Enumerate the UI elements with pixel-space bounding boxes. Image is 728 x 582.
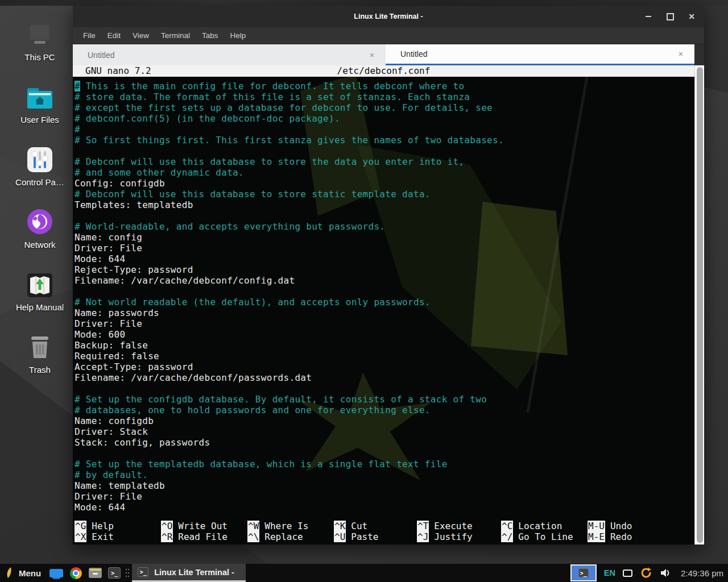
file-cabinet-icon	[89, 568, 102, 578]
terminal-line: #	[75, 124, 694, 135]
scrollbar-track[interactable]	[694, 65, 704, 544]
tab-close-icon[interactable]: ×	[679, 49, 683, 59]
desktop-icon-trash[interactable]: Trash	[6, 329, 74, 391]
shortcut-hint: M-UUndo	[588, 521, 632, 531]
terminal-line: # This is the main config file for debco…	[75, 81, 694, 92]
terminal-line: Config: configdb	[75, 178, 694, 189]
terminal-line: Templates: templatedb	[75, 199, 694, 210]
shortcut-label: Where Is	[264, 521, 308, 531]
close-icon[interactable]: ✕	[687, 12, 696, 21]
workspace-switcher[interactable]: >_	[570, 564, 597, 581]
shortcut-hint: ^GHelp	[75, 521, 114, 531]
shortcut-key: M-U	[588, 521, 605, 531]
shortcut-hint: ^RRead File	[161, 531, 228, 542]
shortcut-column: ^TExecute^JJustify	[417, 521, 473, 542]
tab-untitled-1[interactable]: Untitled ×	[73, 44, 386, 65]
shortcut-key: ^/	[501, 531, 513, 542]
globe-icon	[26, 203, 53, 235]
shortcut-label: Go To Line	[518, 531, 573, 542]
terminal-line	[75, 286, 694, 297]
shortcut-column: ^OWrite Out^RRead File	[161, 521, 228, 542]
keyboard-layout-indicator[interactable]: EN	[604, 568, 615, 577]
terminal-line: # World-readable, and accepts everything…	[75, 221, 694, 232]
menu-item-edit[interactable]: Edit	[107, 31, 121, 40]
linuxlite-feather-icon	[6, 567, 14, 579]
taskbar: Menu >_ >_ Linux Lite Terminal - >_ E	[0, 564, 728, 582]
menu-item-view[interactable]: View	[133, 31, 149, 40]
terminal-line: Stack: config, passwords	[75, 437, 694, 448]
shortcut-label: Exit	[92, 531, 114, 542]
terminal-line	[75, 383, 694, 394]
laptop-icon	[25, 16, 55, 48]
updates-tray[interactable]	[640, 567, 652, 579]
panel-drag-handle[interactable]	[124, 564, 131, 582]
shortcut-hint: ^/Go To Line	[501, 531, 573, 542]
taskbar-window-button[interactable]: >_ Linux Lite Terminal -	[132, 564, 246, 582]
shortcut-label: Read File	[178, 531, 228, 542]
terminal-line: Driver: File	[75, 491, 694, 502]
desktop-icon-user-files[interactable]: User Files	[6, 78, 74, 141]
shortcut-key: ^X	[75, 531, 86, 542]
shortcut-label: Help	[92, 521, 114, 531]
terminal-line: # except the first sets up a database fo…	[75, 102, 694, 113]
minimize-icon[interactable]	[644, 12, 653, 21]
shortcut-key: M-E	[588, 531, 605, 542]
menu-item-help[interactable]: Help	[230, 31, 246, 40]
terminal-line: # debconf.conf(5) (in the debconf-doc pa…	[75, 113, 694, 124]
chrome-icon	[70, 567, 82, 579]
shortcut-key: ^J	[417, 531, 429, 542]
start-menu-label: Menu	[19, 568, 41, 578]
trash-can-icon	[27, 329, 52, 360]
shortcut-hint: ^\Replace	[247, 531, 308, 542]
tab-untitled-2[interactable]: Untitled ×	[386, 44, 694, 65]
terminal-line: # store data. The format of this file is…	[75, 92, 694, 102]
tab-close-icon[interactable]: ×	[370, 51, 374, 60]
shortcut-key: ^T	[417, 521, 429, 531]
terminal-line: Name: passwords	[75, 307, 694, 318]
taskbar-clock[interactable]: 2:49:36 pm	[681, 568, 723, 578]
window-titlebar[interactable]: Linux Lite Terminal - ✕	[73, 6, 704, 27]
launcher-file-cabinet[interactable]	[85, 564, 105, 582]
menu-item-file[interactable]: File	[83, 31, 96, 40]
terminal-line: # Debconf will use this database to stor…	[75, 189, 694, 199]
terminal-icon: >_	[108, 567, 121, 579]
shortcut-hint: ^WWhere Is	[247, 521, 308, 531]
launcher-display[interactable]	[47, 564, 66, 582]
display-settings-tray[interactable]	[623, 569, 632, 577]
terminal-line: Accept-Type: password	[75, 361, 694, 372]
shortcut-column: ^GHelp^XExit	[75, 521, 114, 542]
terminal-line: # So first things first. This first stan…	[75, 135, 694, 146]
desktop-icon-this-pc[interactable]: This PC	[6, 16, 74, 78]
menu-item-terminal[interactable]: Terminal	[161, 31, 190, 40]
window-title: Linux Lite Terminal -	[73, 13, 704, 20]
desktop-icon-network[interactable]: Network	[6, 203, 74, 266]
tab-label: Untitled	[88, 51, 114, 60]
handle-dots-icon	[125, 568, 130, 577]
desktop-icon-help-manual[interactable]: Help Manual	[6, 266, 74, 329]
taskbar-window-label: Linux Lite Terminal -	[154, 568, 234, 577]
start-menu-button[interactable]: Menu	[0, 564, 47, 582]
shortcut-hint: ^JJustify	[417, 531, 473, 542]
terminal-line: Driver: File	[75, 243, 694, 253]
taskbar-left: Menu >_ >_ Linux Lite Terminal -	[0, 564, 246, 582]
shortcut-key: ^C	[501, 521, 513, 531]
scrollbar-thumb[interactable]	[697, 67, 703, 543]
desktop-icon-label: Control Pa…	[15, 177, 64, 187]
terminal-line: Mode: 600	[75, 329, 694, 340]
menu-item-tabs[interactable]: Tabs	[202, 31, 218, 40]
terminal-line: # Set up the configdb database. By defau…	[75, 394, 694, 405]
launcher-chrome[interactable]	[66, 564, 85, 582]
shortcut-column: ^WWhere Is^\Replace	[247, 521, 308, 542]
launcher-terminal[interactable]: >_	[105, 564, 124, 582]
nano-editor[interactable]: GNU nano 7.2 /etc/debconf.conf # This is…	[73, 65, 704, 544]
terminal-line: Driver: File	[75, 318, 694, 329]
desktop-icon-control-panel[interactable]: Control Pa…	[6, 141, 74, 203]
maximize-icon[interactable]	[665, 12, 675, 21]
shortcut-hint: ^CLocation	[501, 521, 573, 531]
nano-filename: /etc/debconf.conf	[73, 65, 694, 76]
home-folder-icon	[26, 78, 54, 110]
volume-tray[interactable]	[660, 568, 671, 578]
terminal-line: # databases, one to hold passwords and o…	[75, 405, 694, 415]
terminal-line: Name: config	[75, 232, 694, 243]
shortcut-key: ^\	[247, 531, 259, 542]
